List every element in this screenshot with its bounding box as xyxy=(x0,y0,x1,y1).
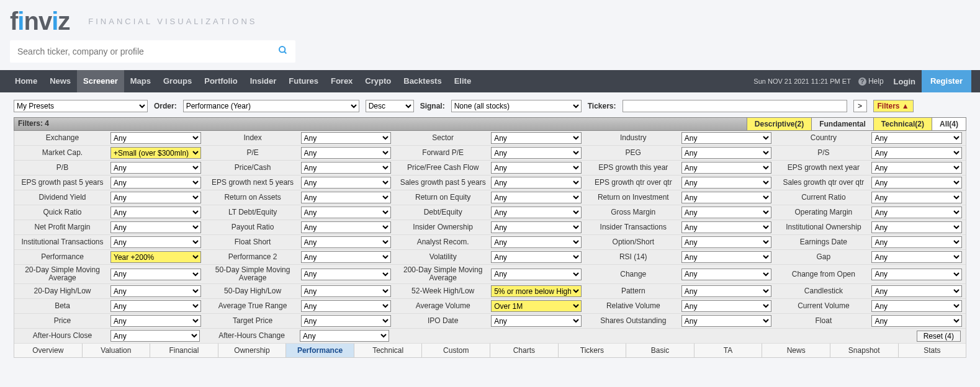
help-link[interactable]: ? Help xyxy=(858,77,884,86)
filter-select-average-volume[interactable]: Over 1M xyxy=(491,300,582,312)
filter-tab-all4[interactable]: All(4) xyxy=(932,118,966,130)
direction-select[interactable]: Desc xyxy=(366,100,414,112)
filter-select-market-cap-[interactable]: +Small (over $300mln) xyxy=(110,147,201,159)
filter-select-debt-equity[interactable]: Any xyxy=(491,207,582,218)
nav-item-elite[interactable]: Elite xyxy=(448,70,477,92)
filter-select-50-day-simple-moving-average[interactable]: Any xyxy=(301,269,392,280)
filter-select-20-day-high-low[interactable]: Any xyxy=(110,285,201,297)
filter-select-institutional-transactions[interactable]: Any xyxy=(110,236,201,248)
filter-select-52-week-high-low[interactable]: 5% or more below High xyxy=(491,285,582,297)
search-input[interactable] xyxy=(17,47,278,56)
view-tab-ownership[interactable]: Ownership xyxy=(218,344,287,357)
register-button[interactable]: Register xyxy=(922,70,971,92)
filter-select-after-hours-close[interactable]: Any xyxy=(110,330,200,342)
filter-select-return-on-investment[interactable]: Any xyxy=(681,192,772,203)
filter-select-gross-margin[interactable]: Any xyxy=(681,207,772,218)
filter-select-sector[interactable]: Any xyxy=(491,132,582,144)
nav-item-futures[interactable]: Futures xyxy=(282,70,325,92)
filter-select-insider-transactions[interactable]: Any xyxy=(681,221,772,233)
filter-select-float[interactable]: Any xyxy=(871,315,962,327)
filter-select-index[interactable]: Any xyxy=(301,132,392,144)
filter-select-price-cash[interactable]: Any xyxy=(301,162,392,174)
filter-select-200-day-simple-moving-average[interactable]: Any xyxy=(491,269,582,280)
view-tab-news[interactable]: News xyxy=(762,344,830,357)
nav-item-portfolio[interactable]: Portfolio xyxy=(198,70,243,92)
signal-select[interactable]: None (all stocks) xyxy=(451,100,582,112)
nav-item-crypto[interactable]: Crypto xyxy=(359,70,397,92)
filter-select-eps-growth-past-5-years[interactable]: Any xyxy=(110,177,201,189)
filter-select-return-on-equity[interactable]: Any xyxy=(491,192,582,203)
filter-select-net-profit-margin[interactable]: Any xyxy=(110,221,201,233)
filter-select-payout-ratio[interactable]: Any xyxy=(301,221,392,233)
nav-item-maps[interactable]: Maps xyxy=(124,70,157,92)
filter-select-peg[interactable]: Any xyxy=(681,147,772,159)
filter-select-dividend-yield[interactable]: Any xyxy=(110,192,201,203)
filter-select-lt-debt-equity[interactable]: Any xyxy=(301,207,392,218)
filter-select-current-ratio[interactable]: Any xyxy=(871,192,962,203)
logo[interactable]: finviz xyxy=(10,7,70,35)
login-link[interactable]: Login xyxy=(888,77,922,86)
filter-select-beta[interactable]: Any xyxy=(110,300,201,312)
search-icon[interactable] xyxy=(278,45,288,58)
filter-select-p-s[interactable]: Any xyxy=(871,147,962,159)
filter-select-p-b[interactable]: Any xyxy=(110,162,201,174)
filter-select-pattern[interactable]: Any xyxy=(681,285,772,297)
go-button[interactable]: > xyxy=(853,100,867,112)
view-tab-technical[interactable]: Technical xyxy=(354,344,423,357)
filter-select-sales-growth-past-5-years[interactable]: Any xyxy=(491,177,582,189)
filter-select-forward-p-e[interactable]: Any xyxy=(491,147,582,159)
nav-item-insider[interactable]: Insider xyxy=(244,70,283,92)
filter-select-p-e[interactable]: Any xyxy=(301,147,392,159)
nav-item-forex[interactable]: Forex xyxy=(325,70,359,92)
filter-select-eps-growth-qtr-over-qtr[interactable]: Any xyxy=(681,177,772,189)
order-select[interactable]: Performance (Year) xyxy=(183,100,359,112)
search-bar[interactable] xyxy=(10,40,295,63)
filter-select-shares-outstanding[interactable]: Any xyxy=(681,315,772,327)
view-tab-charts[interactable]: Charts xyxy=(490,344,559,357)
filter-select-float-short[interactable]: Any xyxy=(301,236,392,248)
filter-select-return-on-assets[interactable]: Any xyxy=(301,192,392,203)
view-tab-overview[interactable]: Overview xyxy=(14,344,83,357)
tickers-input[interactable] xyxy=(623,100,847,112)
filter-select-eps-growth-this-year[interactable]: Any xyxy=(681,162,772,174)
nav-item-groups[interactable]: Groups xyxy=(157,70,198,92)
nav-item-home[interactable]: Home xyxy=(9,70,43,92)
filters-toggle-button[interactable]: Filters ▲ xyxy=(873,100,914,112)
filter-select-performance-2[interactable]: Any xyxy=(301,251,392,263)
filter-select-price[interactable]: Any xyxy=(110,315,201,327)
filter-select-change-from-open[interactable]: Any xyxy=(871,269,962,280)
view-tab-tickers[interactable]: Tickers xyxy=(559,344,627,357)
nav-item-screener[interactable]: Screener xyxy=(77,70,124,92)
view-tab-basic[interactable]: Basic xyxy=(626,344,695,357)
view-tab-ta[interactable]: TA xyxy=(695,344,763,357)
filter-select-option-short[interactable]: Any xyxy=(681,236,772,248)
filter-select-relative-volume[interactable]: Any xyxy=(681,300,772,312)
filter-select-earnings-date[interactable]: Any xyxy=(871,236,962,248)
nav-item-backtests[interactable]: Backtests xyxy=(397,70,447,92)
view-tab-snapshot[interactable]: Snapshot xyxy=(830,344,899,357)
filter-select-20-day-simple-moving-average[interactable]: Any xyxy=(110,269,201,280)
filter-select-average-true-range[interactable]: Any xyxy=(301,300,392,312)
filter-select-eps-growth-next-5-years[interactable]: Any xyxy=(301,177,392,189)
filter-select-ipo-date[interactable]: Any xyxy=(491,315,582,327)
filter-select-50-day-high-low[interactable]: Any xyxy=(301,285,392,297)
filter-select-after-hours-change[interactable]: Any xyxy=(300,330,389,342)
filter-select-volatility[interactable]: Any xyxy=(491,251,582,263)
filter-select-eps-growth-next-year[interactable]: Any xyxy=(871,162,962,174)
filter-select-industry[interactable]: Any xyxy=(681,132,772,144)
presets-select[interactable]: My Presets xyxy=(14,100,148,112)
filter-select-change[interactable]: Any xyxy=(681,269,772,280)
filter-select-quick-ratio[interactable]: Any xyxy=(110,207,201,218)
view-tab-stats[interactable]: Stats xyxy=(899,344,966,357)
view-tab-performance[interactable]: Performance xyxy=(286,344,354,357)
filter-select-current-volume[interactable]: Any xyxy=(871,300,962,312)
filter-select-price-free-cash-flow[interactable]: Any xyxy=(491,162,582,174)
filter-select-analyst-recom-[interactable]: Any xyxy=(491,236,582,248)
filter-select-operating-margin[interactable]: Any xyxy=(871,207,962,218)
view-tab-financial[interactable]: Financial xyxy=(150,344,218,357)
filter-select-institutional-ownership[interactable]: Any xyxy=(871,221,962,233)
filter-select-candlestick[interactable]: Any xyxy=(871,285,962,297)
view-tab-valuation[interactable]: Valuation xyxy=(83,344,151,357)
filter-select-target-price[interactable]: Any xyxy=(301,315,392,327)
filter-tab-technical2[interactable]: Technical(2) xyxy=(873,118,932,130)
